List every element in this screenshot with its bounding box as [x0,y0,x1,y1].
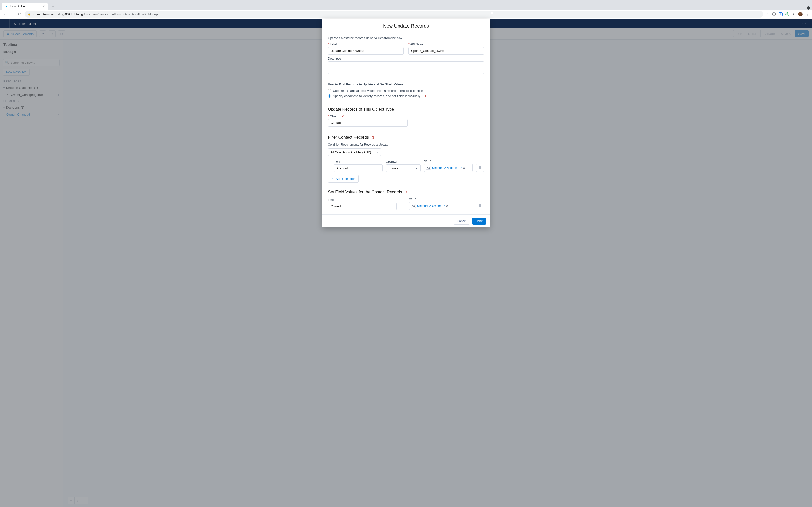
set-value-pill: Aa $Record > Owner ID ✕ [411,204,449,208]
browser-tab[interactable]: ☁ Flow Builder ✕ [2,3,48,10]
cancel-label: Cancel [457,219,466,223]
chevron-down-icon: ▼ [376,151,378,154]
add-condition-label: Add Condition [336,177,355,181]
field-col-label: Field [334,160,383,163]
update-records-modal: New Update Records Update Salesforce rec… [322,19,490,227]
tab-strip: ☁ Flow Builder ✕ + [0,0,812,10]
modal-title: New Update Records [322,19,490,33]
modal-section-howto: How to Find Records to Update and Set Th… [322,78,490,103]
done-label: Done [475,219,483,223]
condition-requirements-select[interactable]: All Conditions Are Met (AND) ▼ [328,149,381,156]
modal-helper-text: Update Salesforce records using values f… [328,36,484,40]
set-value-text: $Record > Owner ID [417,204,445,208]
radio-use-ids-input[interactable] [328,89,331,92]
modal-footer: Cancel Done [322,214,490,227]
done-button[interactable]: Done [472,218,486,225]
set-field-label: Field [328,198,397,202]
star-icon[interactable]: ☆ [766,12,769,16]
object-input[interactable] [328,119,408,126]
info-icon[interactable]: ⓘ [772,12,776,16]
radio-specify-label: Specify conditions to identify records, … [333,94,420,98]
set-value-label: Value [409,198,473,201]
object-section-title: Update Records of This Object Type [322,103,490,113]
filter-operator-select[interactable]: Equals ▼ [386,164,421,172]
howto-heading: How to Find Records to Update and Set Th… [328,83,484,86]
pill-remove-icon[interactable]: ✕ [446,204,448,208]
modal-section-basic: Update Salesforce records using values f… [322,33,490,78]
label-label: Label [328,43,404,46]
radio-use-ids[interactable]: Use the IDs and all field values from a … [328,88,484,93]
account-dot-icon[interactable] [807,6,810,10]
chevron-down-icon: ▼ [415,167,418,170]
annotation-4: 4 [406,190,407,194]
object-section-text: Update Records of This Object Type [328,107,394,112]
extension-grammarly-icon[interactable]: G [785,12,789,16]
address-row: ← → ⟳ 🔒 momentum-computing-884.lightning… [0,10,812,19]
filter-section-text: Filter Contact Records [328,135,369,140]
kebab-menu-icon[interactable]: ⋮ [806,12,809,16]
filter-value-pill: Aa $Record > Account ID ✕ [426,166,465,170]
salesforce-cloud-icon: ☁ [5,4,8,8]
set-field-input[interactable] [328,203,397,210]
annotation-3: 3 [372,135,374,139]
filter-condition-row: Field Operator Equals ▼ Value [322,159,490,172]
modal-backdrop: ✕ New Update Records Update Salesforce r… [0,19,812,507]
tab-title: Flow Builder [10,5,26,8]
plus-icon: ＋ [331,176,334,181]
description-input[interactable] [328,61,484,74]
operator-col-label: Operator [386,160,421,163]
modal-section-object: * Object 2 [322,113,490,131]
set-values-section-title: Set Field Values for the Contact Records… [322,186,490,196]
profile-avatar-icon[interactable] [798,12,803,16]
modal-close-x[interactable]: ✕ [488,10,496,16]
extensions-puzzle-icon[interactable]: ✦ [792,12,795,16]
annotation-1: 1 [424,94,426,98]
address-bar[interactable]: 🔒 momentum-computing-884.lightning.force… [24,11,763,18]
tab-close-icon[interactable]: ✕ [42,4,45,8]
cond-req-label: Condition Requirements for Records to Up… [328,143,388,146]
description-label: Description [328,57,484,60]
radio-specify-input[interactable] [328,95,331,98]
object-label-text: Object [330,115,338,118]
radio-use-ids-label: Use the IDs and all field values from a … [333,89,423,93]
api-name-input[interactable] [408,47,484,55]
delete-set-value-button[interactable]: 🗑 [476,202,484,210]
cond-req-value: All Conditions Are Met (AND) [331,151,371,154]
label-input[interactable] [328,47,404,55]
filter-field-input[interactable] [334,164,383,172]
filter-section-title: Filter Contact Records 3 [322,131,490,141]
annotation-2: 2 [342,114,344,118]
extension-square-icon[interactable]: Q [779,12,782,16]
url-host: momentum-computing-884.lightning.force.c… [33,12,98,16]
modal-body: Update Salesforce records using values f… [322,33,490,214]
filter-value-input[interactable]: Aa $Record > Account ID ✕ [424,164,473,172]
radio-specify-conditions[interactable]: Specify conditions to identify records, … [328,93,484,99]
filter-operator-value: Equals [389,166,398,170]
browser-action-icons: ☆ ⓘ Q G ✦ ⋮ [766,12,809,16]
arrow-left-icon: ← [400,206,406,210]
set-values-text: Set Field Values for the Contact Records [328,190,402,194]
lock-icon: 🔒 [28,12,31,16]
api-name-label: API Name [408,43,484,46]
text-type-icon: Aa [426,166,431,170]
object-label: * Object 2 [328,114,408,118]
pill-remove-icon[interactable]: ✕ [463,166,465,169]
url-path: /builder_platform_interaction/flowBuilde… [98,12,159,16]
set-value-row: Field ← Value Aa $Record > Owner ID ✕ 🗑 [322,198,490,214]
text-type-icon: Aa [411,204,416,208]
cancel-button[interactable]: Cancel [454,218,469,225]
value-col-label: Value [424,159,473,163]
nav-reload-icon[interactable]: ⟳ [17,12,22,16]
delete-condition-button[interactable]: 🗑 [476,164,484,172]
add-condition-button[interactable]: ＋ Add Condition [328,175,359,182]
new-tab-button[interactable]: + [50,3,56,10]
nav-forward-icon: → [10,12,14,16]
nav-back-icon[interactable]: ← [3,12,7,16]
browser-chrome: ☁ Flow Builder ✕ + ← → ⟳ 🔒 momentum-comp… [0,0,812,19]
set-value-input[interactable]: Aa $Record > Owner ID ✕ [409,202,473,210]
filter-value-text: $Record > Account ID [432,166,462,169]
